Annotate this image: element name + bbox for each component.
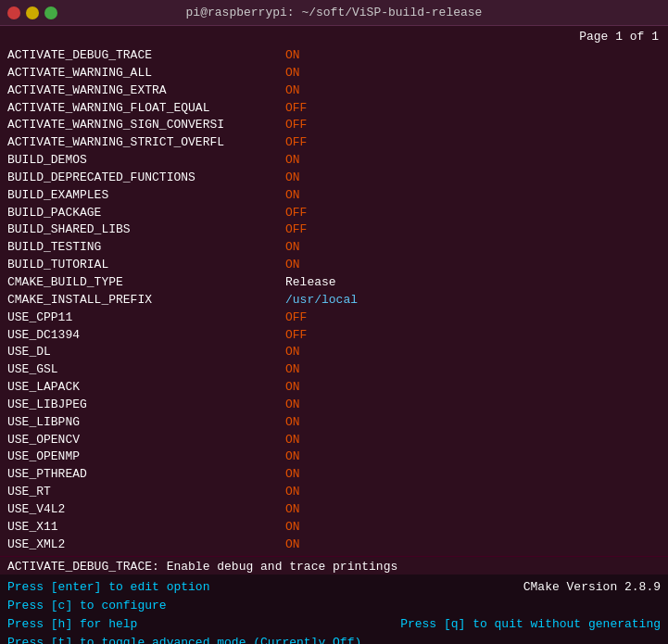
maximize-button[interactable] — [44, 6, 57, 19]
config-value: ON — [285, 361, 300, 379]
config-key: ACTIVATE_DEBUG_TRACE — [7, 47, 285, 65]
config-value: ON — [285, 466, 300, 484]
config-row[interactable]: USE_OPENCVON — [7, 432, 661, 449]
config-key: BUILD_PACKAGE — [7, 205, 285, 222]
config-value: OFF — [285, 327, 307, 345]
config-value: ON — [285, 501, 300, 519]
config-value: ON — [285, 397, 300, 414]
config-row[interactable]: BUILD_EXAMPLESON — [7, 187, 661, 205]
config-key: BUILD_DEMOS — [7, 152, 285, 170]
config-row[interactable]: USE_OPENMPON — [7, 448, 661, 466]
config-key: USE_X11 — [7, 519, 285, 537]
config-value: ON — [285, 519, 300, 537]
config-value: ON — [285, 239, 300, 257]
config-row[interactable]: ACTIVATE_DEBUG_TRACEON — [7, 47, 661, 65]
config-value: OFF — [285, 205, 307, 222]
config-key: ACTIVATE_WARNING_EXTRA — [7, 82, 285, 100]
config-key: BUILD_TUTORIAL — [7, 257, 285, 274]
title-bar: pi@raspberrypi: ~/soft/ViSP-build-releas… — [0, 0, 668, 26]
config-row[interactable]: CMAKE_BUILD_TYPERelease — [7, 274, 661, 292]
page-header: Page 1 of 1 — [7, 30, 661, 44]
config-key: USE_OPENCV — [7, 432, 285, 449]
config-key: USE_PTHREAD — [7, 466, 285, 484]
window-controls — [7, 6, 57, 19]
config-key: BUILD_EXAMPLES — [7, 187, 285, 205]
config-row[interactable]: USE_LIBJPEGON — [7, 397, 661, 414]
config-key: BUILD_SHARED_LIBS — [7, 221, 285, 239]
config-key: USE_V4L2 — [7, 501, 285, 519]
config-value: ON — [285, 257, 300, 274]
config-value: OFF — [285, 100, 307, 118]
config-key: ACTIVATE_WARNING_ALL — [7, 65, 285, 82]
config-value: OFF — [285, 309, 307, 327]
config-value: ON — [285, 414, 300, 432]
config-value: /usr/local — [285, 292, 358, 309]
config-row[interactable]: USE_X11ON — [7, 519, 661, 537]
config-key: CMAKE_BUILD_TYPE — [7, 274, 285, 292]
config-key: USE_GSL — [7, 361, 285, 379]
config-key: USE_LIBJPEG — [7, 397, 285, 414]
config-row[interactable]: USE_GSLON — [7, 361, 661, 379]
terminal-area: Page 1 of 1 ACTIVATE_DEBUG_TRACEONACTIVA… — [0, 26, 668, 556]
config-row[interactable]: USE_DC1394OFF — [7, 327, 661, 345]
config-row[interactable]: CMAKE_INSTALL_PREFIX/usr/local — [7, 292, 661, 309]
config-value: ON — [285, 65, 300, 82]
config-row[interactable]: BUILD_SHARED_LIBSOFF — [7, 221, 661, 239]
config-row[interactable]: BUILD_DEPRECATED_FUNCTIONSON — [7, 170, 661, 187]
minimize-button[interactable] — [26, 6, 39, 19]
help-left: Press [c] to configure — [7, 597, 167, 615]
config-value: Release — [285, 274, 336, 292]
config-value: ON — [285, 379, 300, 397]
config-row[interactable]: USE_RTON — [7, 484, 661, 501]
config-key: USE_OPENMP — [7, 448, 285, 466]
config-row[interactable]: USE_ZLIBON — [7, 553, 661, 556]
config-list: ACTIVATE_DEBUG_TRACEONACTIVATE_WARNING_A… — [7, 47, 661, 556]
config-row[interactable]: BUILD_TESTINGON — [7, 239, 661, 257]
config-value: ON — [285, 448, 300, 466]
config-value: OFF — [285, 134, 307, 152]
config-row[interactable]: ACTIVATE_WARNING_STRICT_OVERFLOFF — [7, 134, 661, 152]
config-row[interactable]: USE_LAPACKON — [7, 379, 661, 397]
config-row[interactable]: USE_CPP11OFF — [7, 309, 661, 327]
help-line: Press [h] for helpPress [q] to quit with… — [7, 615, 661, 634]
config-row[interactable]: ACTIVATE_WARNING_SIGN_CONVERSIOFF — [7, 117, 661, 134]
config-row[interactable]: BUILD_TUTORIALON — [7, 257, 661, 274]
config-value: ON — [285, 47, 300, 65]
config-row[interactable]: BUILD_PACKAGEOFF — [7, 205, 661, 222]
config-key: BUILD_DEPRECATED_FUNCTIONS — [7, 170, 285, 187]
config-value: ON — [285, 344, 300, 361]
config-key: USE_LAPACK — [7, 379, 285, 397]
config-value: ON — [285, 82, 300, 100]
help-right: CMake Version 2.8.9 — [523, 578, 661, 597]
help-left: Press [h] for help — [7, 615, 137, 634]
config-key: ACTIVATE_WARNING_SIGN_CONVERSI — [7, 117, 285, 134]
config-key: USE_RT — [7, 484, 285, 501]
config-key: USE_XML2 — [7, 537, 285, 554]
config-row[interactable]: BUILD_DEMOSON — [7, 152, 661, 170]
config-key: BUILD_TESTING — [7, 239, 285, 257]
close-button[interactable] — [7, 6, 20, 19]
config-value: ON — [285, 484, 300, 501]
config-row[interactable]: USE_XML2ON — [7, 537, 661, 554]
config-value: ON — [285, 553, 300, 556]
config-row[interactable]: USE_PTHREADON — [7, 466, 661, 484]
config-row[interactable]: USE_V4L2ON — [7, 501, 661, 519]
status-text: ACTIVATE_DEBUG_TRACE: Enable debug and t… — [7, 560, 397, 574]
config-row[interactable]: ACTIVATE_WARNING_FLOAT_EQUALOFF — [7, 100, 661, 118]
config-key: USE_CPP11 — [7, 309, 285, 327]
config-value: OFF — [285, 117, 307, 134]
config-row[interactable]: USE_LIBPNGON — [7, 414, 661, 432]
status-bar: ACTIVATE_DEBUG_TRACE: Enable debug and t… — [0, 556, 668, 575]
config-key: USE_ZLIB — [7, 553, 285, 556]
config-row[interactable]: USE_DLON — [7, 344, 661, 361]
help-right: Press [q] to quit without generating — [400, 615, 661, 634]
config-key: ACTIVATE_WARNING_STRICT_OVERFL — [7, 134, 285, 152]
help-line: Press [enter] to edit optionCMake Versio… — [7, 578, 661, 597]
config-value: ON — [285, 187, 300, 205]
help-left: Press [enter] to edit option — [7, 578, 209, 597]
help-line: Press [c] to configure — [7, 597, 661, 615]
config-row[interactable]: ACTIVATE_WARNING_ALLON — [7, 65, 661, 82]
help-left: Press [t] to toggle advanced mode (Curre… — [7, 634, 361, 644]
config-row[interactable]: ACTIVATE_WARNING_EXTRAON — [7, 82, 661, 100]
window-title: pi@raspberrypi: ~/soft/ViSP-build-releas… — [186, 6, 483, 19]
